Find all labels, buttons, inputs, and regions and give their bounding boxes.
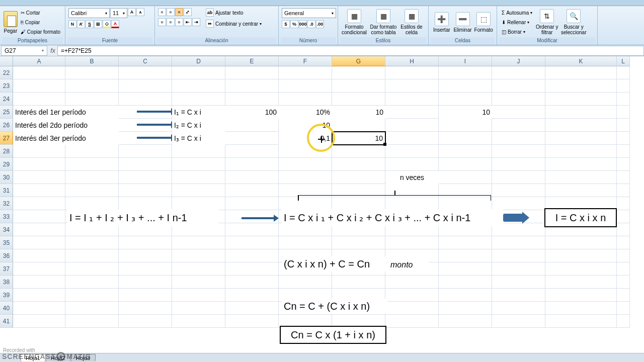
wrap-text-button[interactable]: abAjustar texto — [204, 8, 263, 17]
orientation-button[interactable]: ⤢ — [184, 8, 192, 16]
row-header-33[interactable]: 33 — [0, 210, 13, 223]
align-left-button[interactable]: ≡ — [158, 18, 166, 26]
row-header-25[interactable]: 25 — [0, 106, 13, 119]
spreadsheet-grid[interactable]: ABCDEFGHIJKL 222324252627282930313233343… — [0, 56, 644, 66]
col-header-A[interactable]: A — [13, 56, 65, 66]
arrow-icon — [137, 137, 172, 139]
cell-styles-button[interactable]: ▦Estilos de celda — [399, 8, 424, 36]
copy-button[interactable]: ⎘Copiar — [19, 18, 62, 27]
group-cells-label: Celdas — [431, 37, 495, 44]
autosum-button[interactable]: ΣAutosuma▾ — [500, 8, 534, 17]
eq-41: Cn = C x (1 + i x n) — [280, 326, 386, 344]
col-header-F[interactable]: F — [279, 56, 332, 66]
cell-I25[interactable]: 10 — [439, 106, 492, 119]
find-select-button[interactable]: 🔍Buscar y seleccionar — [560, 8, 587, 36]
formula-result: I = C x i x n — [544, 208, 617, 227]
cell-A26[interactable]: Interés del 2do período — [13, 119, 119, 132]
formula-input[interactable]: =+F27*E25 — [57, 46, 644, 56]
cell-D25[interactable]: I₁ = C x i — [172, 106, 225, 119]
comma-button[interactable]: 000 — [299, 20, 307, 28]
col-header-I[interactable]: I — [439, 56, 492, 66]
cell-A27[interactable]: Interés del 3er período — [13, 132, 119, 145]
row-header-37[interactable]: 37 — [0, 262, 13, 276]
italic-button[interactable]: K — [77, 20, 85, 28]
align-center-button[interactable]: ≡ — [167, 18, 175, 26]
cell-G25[interactable]: 10 — [332, 106, 385, 119]
row-header-34[interactable]: 34 — [0, 223, 13, 236]
row-header-31[interactable]: 31 — [0, 184, 13, 197]
cell-E25[interactable]: 100 — [225, 106, 279, 119]
watermark-logo: SCREENCASTMATIC — [2, 352, 91, 361]
underline-button[interactable]: S — [86, 20, 94, 28]
clear-button[interactable]: ◫Borrar▾ — [500, 27, 534, 36]
col-header-J[interactable]: J — [492, 56, 545, 66]
name-box[interactable]: G27▾ — [1, 46, 47, 56]
cell-G27-selected[interactable]: 10 — [332, 131, 386, 145]
row-header-26[interactable]: 26 — [0, 119, 13, 132]
grow-font-button[interactable]: A — [128, 8, 136, 16]
percent-button[interactable]: % — [290, 20, 298, 28]
cell-F25[interactable]: 10% — [279, 106, 332, 119]
font-color-button[interactable]: A — [111, 20, 119, 28]
cursor-crosshair-icon — [318, 136, 325, 143]
row-header-39[interactable]: 39 — [0, 289, 13, 302]
cut-button[interactable]: ✂Cortar — [19, 8, 62, 17]
row-header-28[interactable]: 28 — [0, 145, 13, 158]
select-all-corner[interactable] — [0, 56, 13, 66]
row-header-30[interactable]: 30 — [0, 171, 13, 184]
fill-button[interactable]: ⬇Rellenar▾ — [500, 18, 534, 27]
fill-color-button[interactable]: ◇ — [103, 20, 111, 28]
col-header-K[interactable]: K — [545, 56, 617, 66]
row-header-32[interactable]: 32 — [0, 197, 13, 210]
row-header-29[interactable]: 29 — [0, 158, 13, 171]
cell-nveces[interactable]: n veces — [385, 171, 439, 184]
col-header-G[interactable]: G — [332, 56, 385, 66]
row-header-38[interactable]: 38 — [0, 276, 13, 289]
format-painter-button[interactable]: 🖌Copiar formato — [19, 27, 62, 36]
group-clipboard-label: Portapapeles — [2, 37, 63, 44]
col-header-C[interactable]: C — [119, 56, 172, 66]
row-header-22[interactable]: 22 — [0, 66, 13, 79]
fx-icon[interactable]: fx — [48, 47, 57, 54]
row-header-40[interactable]: 40 — [0, 302, 13, 315]
col-header-D[interactable]: D — [172, 56, 225, 66]
delete-button[interactable]: ➖Eliminar — [453, 8, 473, 36]
col-header-E[interactable]: E — [225, 56, 279, 66]
format-as-table-button[interactable]: ▦Dar formato como tabla — [368, 8, 398, 36]
format-button[interactable]: ⬚Formato — [473, 8, 494, 36]
inc-decimal-button[interactable]: .0 — [307, 20, 315, 28]
dec-decimal-button[interactable]: .00 — [316, 20, 324, 28]
shrink-font-button[interactable]: A — [136, 8, 144, 16]
merge-center-button[interactable]: ⇔Combinar y centrar▾ — [204, 19, 263, 28]
cell-A25[interactable]: Interés del 1er período — [13, 106, 119, 119]
paste-button[interactable]: Pegar — [3, 8, 18, 36]
row-header-24[interactable]: 24 — [0, 93, 13, 106]
sigma-icon: Σ — [502, 10, 505, 16]
col-header-H[interactable]: H — [385, 56, 439, 66]
row-header-41[interactable]: 41 — [0, 315, 13, 328]
font-size-select[interactable]: 11▾ — [110, 8, 127, 18]
border-button[interactable]: ⊞ — [94, 20, 102, 28]
cell-D26[interactable]: I₂ = C x i — [172, 119, 225, 132]
cell-D27[interactable]: I₃ = C x i — [172, 132, 225, 145]
insert-button[interactable]: ➕Insertar — [432, 8, 452, 36]
row-header-36[interactable]: 36 — [0, 249, 13, 262]
align-top-button[interactable]: ≡ — [158, 8, 166, 16]
col-header-L[interactable]: L — [617, 56, 630, 66]
align-bottom-button[interactable]: ≡ — [175, 8, 183, 16]
align-right-button[interactable]: ≡ — [175, 18, 183, 26]
font-name-select[interactable]: Calibri▾ — [68, 8, 110, 18]
row-header-23[interactable]: 23 — [0, 79, 13, 93]
cell-F26[interactable]: 10 — [279, 119, 332, 132]
bold-button[interactable]: N — [68, 20, 76, 28]
number-format-select[interactable]: General▾ — [282, 8, 336, 18]
row-header-35[interactable]: 35 — [0, 236, 13, 249]
indent-inc-button[interactable]: ⇥ — [192, 18, 200, 26]
align-middle-button[interactable]: ≡ — [167, 8, 175, 16]
conditional-format-button[interactable]: ▦Formato condicional — [341, 8, 367, 36]
currency-button[interactable]: $ — [282, 20, 290, 28]
col-header-B[interactable]: B — [65, 56, 119, 66]
sort-filter-button[interactable]: ⇅Ordenar y filtrar — [535, 8, 559, 36]
indent-dec-button[interactable]: ⇤ — [184, 18, 192, 26]
row-header-27[interactable]: 27 — [0, 132, 13, 145]
